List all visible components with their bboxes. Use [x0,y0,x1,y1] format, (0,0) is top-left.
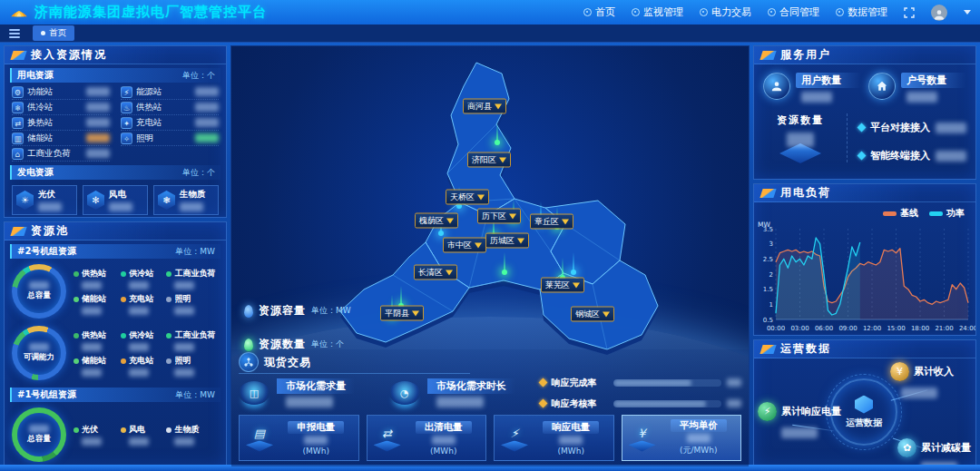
legend-dot [166,427,172,433]
legend-item: 照明 [166,355,219,377]
resource-count-block: 资源数量 [763,113,838,169]
donut-legend: 供热站 供冷站 工商业负荷 储能站 充电站 照明 [74,268,219,315]
svg-text:03:00: 03:00 [790,325,808,332]
capacity-marker-icon [244,305,253,318]
wind-icon: ✻ [87,191,104,210]
district-tag-jiyang[interactable]: 济阳区 [467,152,511,168]
nav-item-data-mgmt[interactable]: 数据管理 [836,5,887,19]
trade-network-icon [239,352,259,372]
card-declared-energy[interactable]: ▤申报电量(MWh) [239,415,359,461]
legend-item: 供冷站 [121,329,162,351]
unit-label: (MWh) [558,446,584,456]
blurred-value [921,462,957,467]
district-tag-gangcheng[interactable]: 钢城区 [571,307,614,322]
document-icon: ▤ [245,425,274,443]
industrial-load-icon: ⌂ [12,148,24,160]
district-tag-changqing[interactable]: 长清区 [414,265,457,280]
unit-label: (MWh) [303,446,329,456]
blurred-value [129,343,149,351]
unit-label: 单位：个 [182,167,215,179]
blurred-value [82,437,102,446]
blurred-value [82,368,102,377]
unit-label: 单位：MW [175,389,215,401]
donut-adjustable-capacity: 可调能力 [12,326,66,380]
legend-swatch [929,211,943,216]
resource-beacon [571,270,576,275]
nav-item-contract[interactable]: 合同管理 [768,5,819,19]
legend-power[interactable]: 功率 [929,207,965,220]
pedestal-icon [775,129,826,169]
lightning-icon: ⚡ [500,425,529,443]
svg-text:09:00: 09:00 [838,325,857,332]
section-title: 现货交易 [264,355,311,370]
card-cleared-energy[interactable]: ⇄出清电量(MWh) [367,415,487,461]
fullscreen-icon[interactable] [904,7,915,18]
service-stat-chips: 用户数量 户号数量 [754,64,975,106]
marker-triangle-icon [477,194,485,200]
diamond-bullet-icon [538,378,547,388]
card-response-energy[interactable]: ⚡响应电量(MWh) [494,415,614,461]
district-tag-laiwu[interactable]: 莱芜区 [541,278,584,293]
platform-access-row: 平台对接接入 [858,121,966,134]
district-tag-shanghe[interactable]: 商河县 [463,99,506,114]
tab-label: 首页 [49,27,66,39]
unit-label: 单位：MW [175,246,215,258]
nav-item-home[interactable]: 首页 [583,5,615,19]
panel-title: 运营数据 [780,341,831,357]
legend-item: 储能站 [74,355,117,377]
blurred-value [687,434,710,443]
tab-home[interactable]: 首页 [33,25,74,41]
pedestal-icon: ¥ [628,425,657,452]
nav-label: 监视管理 [643,5,683,19]
marker-triangle-icon [446,270,453,275]
legend-item: 生物质 [166,424,219,446]
unit-label: 单位：个 [182,70,215,82]
panel-title: 用电负荷 [780,185,831,201]
solar-icon: ☀ [16,191,34,210]
district-tag-lixia[interactable]: 历下区 [477,209,521,224]
panel-title: 服务用户 [780,47,831,63]
unit-label: (MWh) [430,446,456,456]
panel-header: 服务用户 [754,46,975,64]
nav-item-power-trade[interactable]: 电力交易 [700,5,751,19]
svg-text:2: 2 [769,271,773,279]
legend-baseline[interactable]: 基线 [883,207,918,220]
caret-down-icon[interactable] [964,10,971,15]
app-logo-icon [9,4,29,21]
load-chart[interactable]: 00:0003:0006:0009:0012:0015:0018:0021:00… [754,220,975,334]
panel-operations: 运营数据 运营数据 ¥累计收入 ⚡累计响应电量 ✿累计减碳量 [753,339,976,467]
right-sidebar: 服务用户 用户数量 户号数量 资源数量 [753,45,976,467]
yen-icon: ¥ [628,425,657,443]
nav-item-monitoring[interactable]: 监视管理 [632,5,683,19]
district-tag-licheng[interactable]: 历城区 [485,233,529,249]
diamond-bullet-icon [858,152,867,161]
heat-exchange-icon: ⇄ [12,117,24,129]
power-use-grid: ⚙功能站 ⚡能源站 ❄供冷站 ♨供热站 ⇄换热站 ✦充电站 ▥储能站 ✧照明 ⌂… [5,84,226,162]
district-tag-pingyin[interactable]: 平阴县 [380,306,424,321]
legend-dot [166,333,172,339]
income-icon: ¥ [890,362,909,381]
marker-triangle-icon [475,242,482,248]
blurred-value [195,133,219,142]
spot-metric-cards: ▤申报电量(MWh) ⇄出清电量(MWh) ⚡响应电量(MWh) ¥平均单价(元… [239,415,741,461]
spot-stats-row: ◫ 市场化需求量 ◔ 市场化需求时长 响应完成率 响应考核率 [239,376,741,410]
resource-beacon [495,140,500,145]
blurred-value [129,368,149,377]
marker-triangle-icon [573,282,580,288]
progress-bar [613,400,722,407]
panel-corner-icon [10,51,26,60]
legend-item: 照明 [166,293,219,315]
district-tag-zhangqiu[interactable]: 章丘区 [530,214,573,230]
pedestal-icon: ⇄ [373,425,402,452]
blurred-value [801,92,832,103]
panel-power-load: 用电负荷 基线 功率 00:0003:0006:0009:0012:0015:0… [753,183,976,336]
svg-text:1.5: 1.5 [763,286,773,293]
district-tag-tianqiao[interactable]: 天桥区 [446,190,489,205]
svg-text:1: 1 [769,301,773,309]
user-avatar[interactable] [931,5,947,21]
collapse-menu-icon[interactable] [9,29,20,38]
district-tag-huaiyin[interactable]: 槐荫区 [415,213,458,229]
district-tag-shizhong[interactable]: 市中区 [443,238,486,253]
unit2-capacity-row: 总容量 供热站 供冷站 工商业负荷 储能站 充电站 照明 [5,260,226,322]
card-average-price[interactable]: ¥平均单价(元/MWh) [622,415,742,461]
